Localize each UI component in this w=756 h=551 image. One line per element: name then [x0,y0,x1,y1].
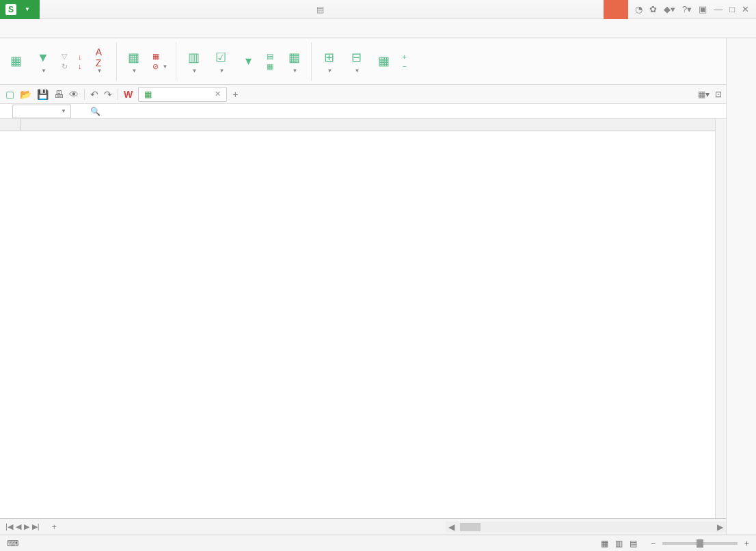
outline-options: + − [399,53,411,70]
record-button[interactable]: ▤ [267,52,275,61]
show-all-button[interactable]: ▽ [62,52,70,61]
close-tab-icon[interactable]: ✕ [215,90,221,98]
right-sidebar [726,38,756,535]
subtotal-icon: ▦ [375,52,392,70]
zoom-in-icon[interactable]: + [744,539,749,548]
subtotal-button[interactable]: ▦ [372,52,395,71]
view-break-icon[interactable]: ▤ [630,539,637,548]
hide-detail-button[interactable]: − [402,62,408,70]
app-logo-icon: S [5,4,16,15]
record-icon: ▤ [267,52,273,61]
sim-icon: ▦ [285,49,303,66]
reject-icon: ⊘ [152,62,159,71]
pivot-table-button[interactable]: ▦ [4,52,27,71]
spreadsheet-grid[interactable] [0,119,726,518]
ungroup-icon: ⊟ [347,49,365,66]
show-all-icon: ▽ [62,52,67,61]
preview-icon[interactable]: 👁 [69,89,79,100]
sheet-tab-bar: |◀◀▶▶| + ◀ ▶ [0,518,726,535]
titlebar-controls: ◔ ✿ ◆▾ ?▾ ▣ — □ ✕ [628,4,756,14]
ribbon: ▦ ▼▼ ▽ ↻ ↓↓ AZ▼ ▦▼ ▦ ⊘▼ ▥▼ ☑▼ ▾ ▤ ▦ ▦▼ ⊞… [0,38,756,85]
ribbon-toggle-icon[interactable]: ▣ [699,4,707,14]
what-if-button[interactable]: ▦▼ [282,49,306,74]
dup-options: ▦ ⊘▼ [150,52,171,71]
open-icon[interactable]: 📂 [20,89,31,100]
login-button[interactable] [604,0,628,19]
view-page-icon[interactable]: ▥ [615,539,623,548]
filter-options: ▽ ↻ [59,52,72,71]
sheet-nav[interactable]: |◀◀▶▶| [0,522,45,531]
consolidate-button[interactable]: ▦ [267,62,275,71]
document-tab[interactable]: ▦ ✕ [138,87,227,102]
select-all-corner[interactable] [0,119,21,131]
pivot-icon: ▦ [7,52,25,70]
maximize-icon[interactable]: □ [729,4,735,14]
help-icon[interactable]: ?▾ [682,4,692,14]
cells-area[interactable] [21,131,715,518]
highlight-icon: ▦ [125,49,143,66]
chevron-down-icon: ▼ [25,6,30,12]
print-icon[interactable]: 🖶 [54,89,64,100]
settings-icon[interactable]: ✿ [649,4,657,14]
consol-icon: ▦ [267,62,273,71]
insert-dropdown-button[interactable]: ▾ [237,52,260,71]
chevron-down-icon[interactable]: ▼ [61,108,66,114]
split-icon: ▥ [185,49,202,66]
app-menu[interactable]: S ▼ [0,0,40,19]
window-title: ▤ [40,5,604,14]
document-icon: ▤ [316,5,324,14]
sort-az-button[interactable]: ↓↓ [77,53,83,70]
text-to-columns-button[interactable]: ▥▼ [182,49,205,74]
minimize-icon[interactable]: — [714,4,723,14]
highlight-dup-button[interactable]: ▦▼ [122,49,146,74]
undo-icon[interactable]: ↶ [90,89,98,100]
view-switch-icon[interactable]: ▦▾ [698,90,710,99]
chevron-down-icon: ▼ [41,68,46,74]
remove-dup-button[interactable]: ▦ [152,52,168,61]
horizontal-scrollbar[interactable]: ◀ ▶ [446,522,726,533]
view-normal-icon[interactable]: ▦ [601,539,608,548]
reapply-icon: ↻ [62,62,68,71]
vertical-scrollbar[interactable] [715,119,726,518]
add-tab-icon[interactable]: + [232,89,238,100]
auto-filter-button[interactable]: ▼▼ [31,49,55,74]
new-icon[interactable]: ▢ [5,89,14,100]
redo-icon[interactable]: ↷ [104,89,112,100]
filter-icon: ▼ [34,49,52,66]
add-sheet-button[interactable]: + [45,520,64,535]
status-bar: ⌨ ▦ ▥ ▤ − + [0,535,756,551]
menu-bar [0,19,756,38]
group-icon: ⊞ [320,49,338,66]
group-button[interactable]: ⊞▼ [317,49,340,74]
xlsx-icon: ▦ [144,90,152,99]
save-icon[interactable]: 💾 [37,89,49,100]
sync-icon[interactable]: ◔ [635,4,643,14]
show-detail-button[interactable]: + [402,53,408,61]
validation-button[interactable]: ☑▼ [209,49,232,74]
zoom-out-icon[interactable]: − [651,539,656,548]
sort-icon: AZ [90,49,108,66]
ungroup-button[interactable]: ⊟▼ [345,49,368,74]
close-icon[interactable]: ✕ [742,4,749,14]
name-box[interactable]: ▼ [12,105,71,118]
dropdown-icon: ▾ [239,52,257,70]
ruler-icon[interactable]: ⊡ [715,90,722,99]
data-tools: ▤ ▦ [264,52,278,71]
fx-search-icon[interactable]: 🔍 [90,107,100,116]
quick-access-toolbar: ▢ 📂 💾 🖶 👁 ↶ ↷ W ▦ ✕ + ▦▾ ⊡ | 🔍 [0,85,756,104]
column-headers[interactable] [21,119,715,131]
reapply-button[interactable]: ↻ [62,62,70,71]
titlebar: S ▼ ▤ ◔ ✿ ◆▾ ?▾ ▣ — □ ✕ [0,0,756,19]
skin-icon[interactable]: ◆▾ [664,4,675,14]
zoom-slider[interactable] [662,542,738,545]
valid-icon: ☑ [212,49,230,66]
wps-cloud-icon[interactable]: W [124,89,133,100]
input-mode-icon[interactable]: ⌨ [7,539,18,548]
formula-bar: ▼ 🔍 [0,104,756,119]
sort-button[interactable]: AZ▼ [87,49,111,74]
remove-dup-icon: ▦ [152,52,159,61]
reject-dup-button[interactable]: ⊘▼ [152,62,168,71]
